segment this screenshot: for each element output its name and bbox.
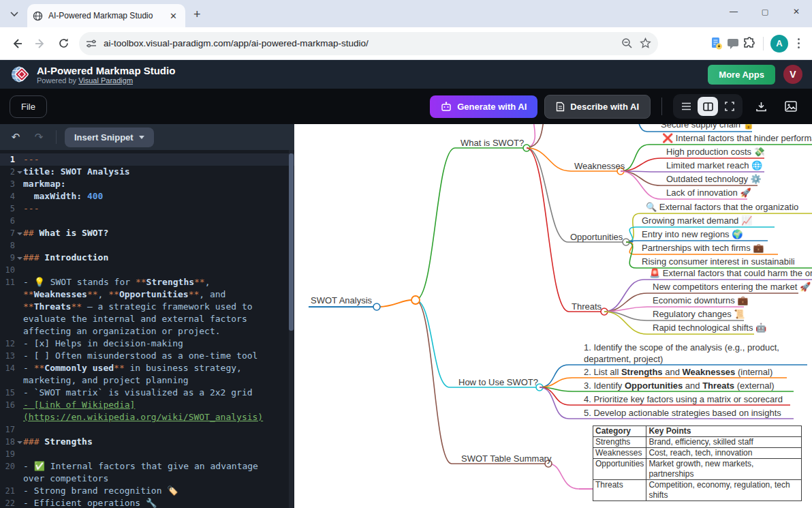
- editor-toolbar: ↶ ↷ Insert Snippet: [0, 124, 294, 150]
- table-cell: Strengths: [593, 437, 646, 448]
- file-menu-button[interactable]: File: [10, 95, 47, 118]
- mindmap-node-o: Opportunities: [570, 231, 623, 243]
- split-view-button[interactable]: [698, 97, 718, 116]
- editor-scrollbar[interactable]: [289, 150, 294, 508]
- mindmap-node-sec: Secure supply chain 🔒: [661, 124, 754, 130]
- download-button[interactable]: [749, 95, 772, 118]
- window-minimize-icon[interactable]: —: [718, 0, 749, 23]
- generate-with-ai-button[interactable]: Generate with AI: [430, 95, 537, 118]
- line-number: 19: [0, 448, 23, 460]
- line-number: 12: [0, 338, 23, 350]
- editor-view-button[interactable]: [676, 97, 696, 116]
- mindmap-node-t3: Economic downturns 💼: [653, 295, 749, 306]
- browser-profile-avatar[interactable]: A: [770, 35, 788, 53]
- url-text[interactable]: ai-toolbox.visual-paradigm.com/app/ai-po…: [104, 38, 614, 48]
- editor-line[interactable]: 3markmap:: [0, 178, 294, 190]
- code-line-text: title: SWOT Analysis: [23, 166, 294, 178]
- code-editor[interactable]: 1---2title: SWOT Analysis3markmap:4 maxW…: [0, 150, 294, 508]
- visual-paradigm-link[interactable]: Visual Paradigm: [78, 76, 133, 85]
- insert-snippet-button[interactable]: Insert Snippet: [65, 128, 154, 147]
- link-root-junction: [379, 300, 411, 307]
- url-bar[interactable]: ai-toolbox.visual-paradigm.com/app/ai-po…: [79, 32, 658, 55]
- more-apps-button[interactable]: More Apps: [708, 65, 775, 85]
- code-line-text: ### Strengths: [23, 436, 294, 448]
- editor-line[interactable]: 18### Strengths: [0, 436, 294, 448]
- line-number: 5: [0, 203, 23, 215]
- mindmap-canvas[interactable]: markmap + − □ ↻ SWOT AnalysisWhat is SWO…: [294, 124, 812, 508]
- editor-line[interactable]: 8: [0, 239, 294, 252]
- editor-line[interactable]: 5---: [0, 203, 294, 215]
- editor-line[interactable]: 22- Efficient operations 🔧: [0, 497, 294, 508]
- root-junction-circle[interactable]: [411, 296, 420, 304]
- editor-line[interactable]: 16- [Link of Wikipedia]​(https://en.wiki…: [0, 399, 294, 423]
- editor-line[interactable]: 17: [0, 423, 294, 436]
- window-maximize-icon[interactable]: ▢: [749, 0, 781, 23]
- editor-line[interactable]: 9### Introduction: [0, 252, 294, 264]
- editor-line[interactable]: 14- **Commonly used** in business strate…: [0, 362, 294, 387]
- export-image-button[interactable]: [779, 95, 802, 118]
- undo-icon[interactable]: ↶: [7, 128, 25, 146]
- mindmap-link-t5: [604, 312, 647, 334]
- code-line-text: ---: [23, 203, 294, 215]
- fold-arrow-icon[interactable]: [17, 233, 22, 235]
- tab-close-icon[interactable]: ✕: [167, 11, 180, 21]
- table-header: Category: [593, 426, 646, 437]
- browser-tab[interactable]: AI-Powered Markmap Studio ✕: [27, 4, 185, 27]
- code-line-text: - [ ] Often misunderstood as a one-time …: [23, 350, 294, 362]
- tab-search-button[interactable]: [5, 5, 23, 23]
- site-settings-icon[interactable]: [86, 39, 97, 48]
- chat-extension-icon[interactable]: [726, 37, 740, 50]
- mindmap-node-n3: SWOT Table Summary: [461, 453, 551, 464]
- code-line-text: [23, 239, 294, 252]
- editor-line[interactable]: 13- [ ] Often misunderstood as a one-tim…: [0, 350, 294, 362]
- reload-button[interactable]: [52, 32, 75, 55]
- line-number: 17: [0, 423, 23, 436]
- mindmap-node-w4: Outdated technology ⚙️: [666, 173, 762, 185]
- table-row: WeaknessesCost, reach, tech, innovation: [593, 448, 802, 459]
- browser-menu-icon[interactable]: [791, 34, 807, 53]
- mindmap-link-w1: [621, 145, 649, 171]
- mindmap-node-w1: ❌ Internal factors that hinder performa: [662, 132, 812, 144]
- editor-line[interactable]: 19: [0, 448, 294, 460]
- editor-line[interactable]: 4 maxWidth: 400: [0, 190, 294, 203]
- extensions-puzzle-icon[interactable]: [743, 37, 756, 50]
- code-line-text: - 💡 SWOT stands for **Strengths**, **Wea…: [23, 276, 294, 338]
- editor-line[interactable]: 20- ✅ Internal factors that give an adva…: [0, 460, 294, 485]
- editor-line[interactable]: 11- 💡 SWOT stands for **Strengths**, **W…: [0, 276, 294, 338]
- new-tab-button[interactable]: +: [193, 8, 201, 22]
- app-title: AI-Powered Markmap Studio: [37, 65, 175, 76]
- editor-line[interactable]: 7## What is SWOT?: [0, 227, 294, 239]
- line-number: 7: [0, 227, 23, 239]
- mindmap-node-h2: 2. List all Strengths and Weaknesses (in…: [584, 366, 772, 378]
- mindmap-link-h5: [540, 387, 569, 419]
- mindmap-link-w4: [621, 171, 661, 185]
- editor-line[interactable]: 21- Strong brand recognition 🏷️: [0, 485, 294, 497]
- editor-line[interactable]: 6: [0, 215, 294, 227]
- bookmark-star-icon[interactable]: [640, 38, 651, 49]
- line-number: 1: [0, 153, 23, 166]
- docs-offline-extension-icon[interactable]: [710, 37, 723, 50]
- line-number: 9: [0, 252, 23, 264]
- chevron-down-icon: [10, 12, 18, 17]
- mindmap-node-n1: What is SWOT?: [460, 137, 524, 149]
- fold-arrow-icon[interactable]: [17, 441, 22, 444]
- fullscreen-view-button[interactable]: [719, 97, 740, 116]
- window-close-icon[interactable]: ✕: [781, 0, 812, 23]
- user-avatar[interactable]: V: [783, 65, 802, 84]
- editor-line[interactable]: 12- [x] Helps in decision-making: [0, 338, 294, 350]
- fold-arrow-icon[interactable]: [17, 171, 22, 174]
- redo-icon[interactable]: ↷: [30, 128, 48, 146]
- zoom-indicator-icon[interactable]: [621, 38, 633, 49]
- editor-line[interactable]: 10: [0, 264, 294, 276]
- app-header: AI-Powered Markmap Studio Powered by Vis…: [0, 60, 812, 89]
- forward-button[interactable]: [29, 32, 52, 55]
- fold-arrow-icon[interactable]: [17, 257, 22, 260]
- editor-line[interactable]: 15- `SWOT matrix` is visualized as a 2x2…: [0, 387, 294, 399]
- editor-line[interactable]: 2title: SWOT Analysis: [0, 166, 294, 178]
- node-toggle-circle-root[interactable]: [373, 303, 380, 310]
- table-cell: Competition, economy, regulation, tech s…: [646, 480, 802, 501]
- editor-line[interactable]: 1---: [0, 153, 294, 166]
- describe-with-ai-button[interactable]: Describe with AI: [544, 95, 651, 119]
- back-button[interactable]: [5, 32, 29, 55]
- visual-paradigm-logo-icon: [10, 64, 30, 85]
